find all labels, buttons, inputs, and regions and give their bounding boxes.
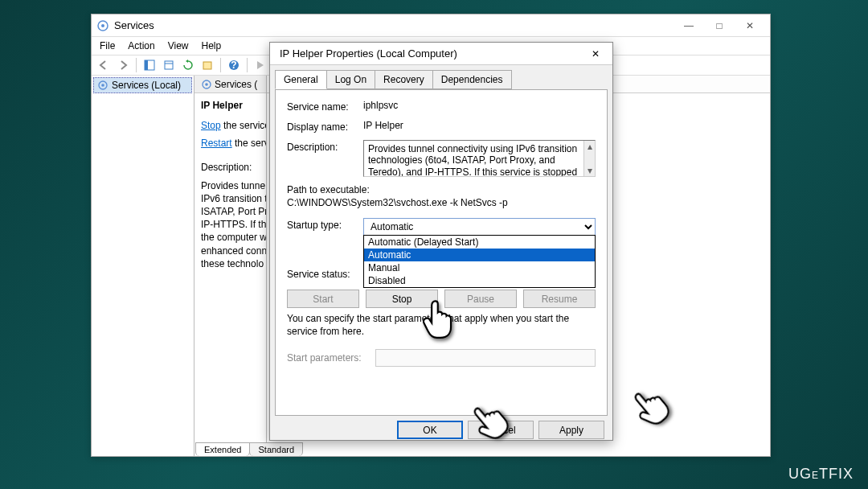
pause-button[interactable]: Pause [444, 290, 517, 308]
gear-icon [97, 80, 108, 91]
service-name-label: Service name: [287, 100, 363, 113]
svg-rect-3 [145, 60, 148, 70]
menu-help[interactable]: Help [195, 39, 228, 53]
start-params-label: Start parameters: [287, 352, 375, 364]
show-hide-tree-button[interactable] [141, 56, 158, 74]
startup-option-automatic[interactable]: Automatic [364, 249, 595, 261]
tree-node-label: Services (Local) [112, 80, 181, 91]
ok-button[interactable]: OK [397, 421, 463, 439]
export-button[interactable] [199, 56, 216, 74]
description-box: Provides tunnel connectivity using IPv6 … [363, 140, 596, 177]
startup-type-dropdown: Automatic (Delayed Start) Automatic Manu… [363, 235, 596, 288]
tree-panel: Services (Local) [92, 76, 194, 456]
description-label: Description: [201, 161, 260, 174]
start-params-input[interactable] [375, 349, 596, 367]
tab-extended[interactable]: Extended [195, 442, 250, 456]
tab-dependencies[interactable]: Dependencies [432, 70, 512, 89]
path-label: Path to executable: [287, 184, 596, 195]
svg-text:?: ? [231, 60, 236, 71]
startup-type-select[interactable]: Automatic [363, 218, 596, 236]
stop-link[interactable]: Stop [201, 120, 221, 131]
start-button[interactable]: Start [287, 290, 359, 308]
svg-point-14 [101, 84, 104, 87]
close-window-button[interactable]: ✕ [735, 17, 765, 35]
dialog-tabs: General Log On Recovery Dependencies [270, 65, 612, 89]
service-status-label: Service status: [287, 267, 363, 280]
display-name-label: Display name: [287, 120, 363, 133]
menu-file[interactable]: File [93, 39, 121, 53]
help-button[interactable]: ? [225, 56, 243, 74]
watermark: UGETFIX [788, 466, 854, 483]
start-params-note: You can specify the start parameters tha… [287, 313, 596, 338]
gear-icon [201, 79, 212, 90]
description-label: Description: [287, 140, 363, 177]
restart-link[interactable]: Restart [201, 138, 232, 149]
window-title: Services [114, 19, 674, 31]
dialog-title: IP Helper Properties (Local Computer) [275, 47, 583, 60]
start-service-button[interactable] [252, 56, 269, 74]
path-value: C:\WINDOWS\System32\svchost.exe -k NetSv… [287, 197, 596, 208]
service-name-value: iphlpsvc [363, 100, 596, 113]
tab-general[interactable]: General [275, 70, 327, 89]
minimize-button[interactable]: — [674, 17, 704, 35]
startup-option-manual[interactable]: Manual [364, 261, 595, 274]
startup-option-delayed[interactable]: Automatic (Delayed Start) [364, 236, 595, 249]
description-text: Provides tunne IPv6 transition t ISATAP,… [201, 179, 260, 270]
tab-logon[interactable]: Log On [326, 70, 375, 89]
back-button[interactable] [95, 56, 113, 74]
svg-point-16 [205, 83, 208, 86]
apply-button[interactable]: Apply [538, 421, 604, 439]
description-scrollbar[interactable]: ▴▾ [583, 141, 595, 176]
forward-button[interactable] [114, 56, 132, 74]
svg-rect-6 [203, 62, 211, 69]
cancel-button[interactable]: Cancel [468, 421, 534, 439]
svg-rect-4 [165, 61, 173, 69]
menu-view[interactable]: View [162, 39, 195, 53]
properties-dialog: IP Helper Properties (Local Computer) ✕ … [269, 42, 613, 441]
detail-panel: Services ( IP Helper Stop the service Re… [194, 76, 267, 456]
services-icon [96, 19, 109, 32]
stop-button[interactable]: Stop [366, 290, 438, 308]
service-name-heading: IP Helper [201, 100, 260, 111]
detail-header: Services ( [194, 76, 266, 93]
refresh-button[interactable] [179, 56, 197, 74]
startup-option-disabled[interactable]: Disabled [364, 274, 595, 287]
menu-action[interactable]: Action [121, 39, 161, 53]
tab-recovery[interactable]: Recovery [375, 70, 433, 89]
resume-button[interactable]: Resume [523, 290, 596, 308]
svg-point-1 [101, 24, 104, 27]
display-name-value: IP Helper [363, 120, 596, 133]
maximize-button[interactable]: □ [704, 17, 735, 35]
startup-type-label: Startup type: [287, 218, 363, 236]
properties-toolbar-button[interactable] [160, 56, 178, 74]
window-titlebar: Services — □ ✕ [92, 14, 770, 37]
tree-node-services-local[interactable]: Services (Local) [93, 77, 192, 93]
dialog-close-button[interactable]: ✕ [583, 45, 608, 63]
